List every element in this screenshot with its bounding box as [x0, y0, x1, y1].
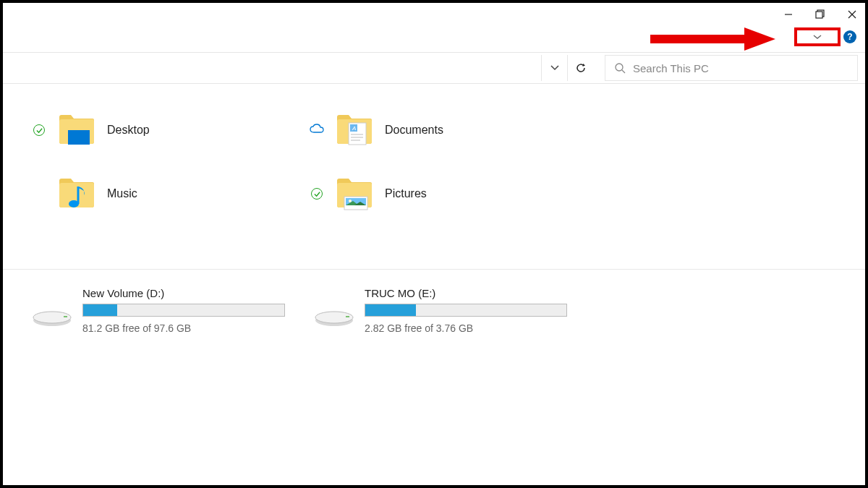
folder-icon	[336, 176, 373, 211]
folder-icon	[58, 113, 95, 147]
svg-rect-23	[64, 316, 67, 317]
folder-documents[interactable]: A Documents	[310, 113, 558, 147]
drive-d[interactable]: New Volume (D:) 81.2 GB free of 97.6 GB	[32, 287, 285, 334]
svg-text:A: A	[352, 125, 356, 132]
sync-check-icon	[33, 124, 45, 136]
drive-e[interactable]: TRUC MO (E:) 2.82 GB free of 3.76 GB	[314, 287, 567, 334]
drive-fill	[83, 304, 117, 316]
folders-grid: Desktop A	[32, 113, 836, 211]
refresh-button[interactable]	[567, 55, 593, 81]
annotation-arrow	[647, 25, 777, 56]
ribbon-toggle-area: ?	[794, 27, 856, 46]
svg-rect-10	[68, 130, 90, 145]
drive-status: 2.82 GB free of 3.76 GB	[365, 322, 567, 334]
explorer-window: ? Search This PC	[0, 0, 868, 488]
folder-label: Pictures	[385, 187, 427, 200]
drives-grid: New Volume (D:) 81.2 GB free of 97.6 GB	[32, 287, 836, 334]
svg-point-20	[349, 200, 352, 202]
svg-marker-6	[744, 27, 775, 51]
address-history-dropdown[interactable]	[541, 55, 567, 81]
drive-status: 81.2 GB free of 97.6 GB	[82, 322, 285, 334]
minimize-button[interactable]	[781, 7, 796, 22]
search-placeholder: Search This PC	[633, 62, 709, 74]
content-area: Desktop A	[3, 84, 865, 348]
maximize-button[interactable]	[813, 7, 827, 22]
drive-capacity-bar	[82, 304, 285, 317]
svg-point-17	[69, 200, 79, 207]
drive-capacity-bar	[365, 304, 567, 317]
folder-label: Documents	[385, 124, 443, 137]
svg-marker-7	[582, 64, 585, 67]
folder-icon	[58, 176, 95, 211]
drive-icon	[32, 300, 72, 329]
search-box[interactable]: Search This PC	[605, 55, 858, 81]
section-divider	[3, 269, 865, 270]
refresh-icon	[575, 62, 587, 74]
folder-label: Music	[107, 187, 137, 200]
close-button[interactable]	[845, 7, 859, 22]
svg-rect-2	[816, 12, 822, 18]
svg-line-9	[622, 70, 625, 73]
sync-cloud-icon	[310, 124, 324, 137]
folder-label: Desktop	[107, 124, 150, 137]
chevron-down-icon	[550, 65, 559, 71]
help-button[interactable]: ?	[843, 30, 856, 43]
folder-desktop[interactable]: Desktop	[32, 113, 281, 147]
svg-point-8	[616, 64, 623, 71]
sync-check-icon	[311, 188, 323, 200]
folder-pictures[interactable]: Pictures	[310, 176, 558, 211]
drive-label: New Volume (D:)	[82, 287, 285, 299]
folder-icon: A	[336, 113, 373, 147]
search-icon	[614, 62, 626, 74]
svg-rect-26	[346, 316, 349, 317]
drive-label: TRUC MO (E:)	[365, 287, 567, 299]
drive-fill	[365, 304, 416, 316]
address-toolbar: Search This PC	[3, 52, 865, 84]
window-titlebar	[3, 3, 865, 26]
folder-music[interactable]: Music	[32, 176, 281, 211]
chevron-down-icon	[812, 33, 822, 40]
address-bar[interactable]	[10, 55, 535, 81]
ribbon-collapse-button[interactable]	[794, 27, 841, 46]
drive-icon	[314, 300, 354, 329]
